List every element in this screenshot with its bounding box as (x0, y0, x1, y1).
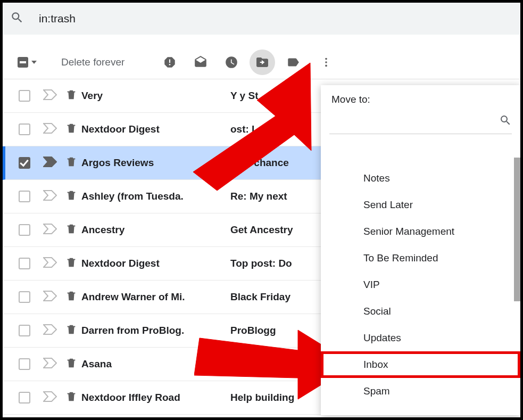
important-icon[interactable] (43, 157, 57, 169)
row-checkbox[interactable] (19, 123, 30, 135)
moveto-item[interactable]: VIP (321, 271, 520, 298)
moveto-search-input[interactable] (329, 116, 499, 127)
svg-marker-12 (44, 392, 56, 401)
select-dropdown-caret[interactable] (31, 61, 37, 64)
row-checkbox[interactable] (19, 157, 30, 169)
row-checkbox[interactable] (19, 358, 30, 370)
important-icon[interactable] (43, 391, 57, 404)
trash-icon (65, 357, 77, 371)
annotation-arrow-top (177, 57, 337, 198)
svg-marker-6 (44, 191, 56, 200)
important-icon[interactable] (43, 190, 57, 203)
moveto-item[interactable]: Send Later (321, 192, 520, 218)
search-bar (3, 3, 520, 35)
moveto-item[interactable]: Notes (321, 165, 520, 192)
svg-marker-9 (44, 291, 56, 301)
important-icon[interactable] (43, 224, 57, 236)
row-checkbox[interactable] (19, 392, 30, 403)
important-icon[interactable] (43, 358, 57, 370)
search-icon[interactable] (10, 11, 24, 27)
row-checkbox[interactable] (19, 258, 30, 269)
important-icon[interactable] (43, 291, 57, 303)
delete-forever-button[interactable]: Delete forever (61, 56, 124, 68)
row-sender: Ancestry (81, 224, 230, 236)
row-subject: Top post: Do (230, 258, 292, 269)
trash-icon (65, 89, 77, 103)
moveto-menu: Move to: NotesSend LaterSenior Managemen… (321, 85, 520, 415)
svg-marker-5 (44, 157, 56, 167)
important-icon[interactable] (43, 324, 57, 337)
select-checkbox[interactable] (18, 57, 28, 68)
important-icon[interactable] (43, 123, 57, 136)
row-checkbox[interactable] (19, 291, 30, 303)
trash-icon (65, 122, 77, 136)
moveto-item[interactable]: Social (321, 298, 520, 325)
svg-marker-10 (44, 325, 56, 334)
svg-marker-13 (193, 63, 311, 191)
svg-marker-4 (44, 123, 56, 133)
search-icon (499, 114, 512, 129)
search-input[interactable] (39, 12, 513, 25)
moveto-item[interactable]: Senior Management (321, 218, 520, 245)
row-checkbox[interactable] (19, 325, 30, 336)
svg-marker-7 (44, 224, 56, 234)
trash-icon (65, 223, 77, 237)
moveto-title: Move to: (321, 85, 520, 109)
moveto-item[interactable]: Updates (321, 325, 520, 351)
moveto-scrollbar[interactable] (514, 158, 520, 301)
moveto-item[interactable]: Spam (321, 378, 520, 405)
row-subject: Get Ancestry (230, 224, 293, 236)
svg-marker-3 (44, 90, 56, 100)
row-checkbox[interactable] (19, 224, 30, 236)
row-checkbox[interactable] (19, 191, 30, 202)
row-checkbox[interactable] (19, 90, 30, 102)
important-icon[interactable] (43, 257, 57, 270)
moveto-item[interactable]: Inbox (321, 351, 520, 378)
svg-marker-8 (44, 258, 56, 267)
trash-icon (65, 391, 77, 405)
important-icon[interactable] (43, 89, 57, 102)
moveto-item[interactable]: To Be Reminded (321, 245, 520, 271)
trash-icon (65, 290, 77, 304)
row-sender: Andrew Warner of Mi. (81, 291, 230, 303)
row-sender: Nextdoor Digest (81, 258, 230, 269)
svg-marker-11 (44, 358, 56, 368)
row-subject: Black Friday (230, 291, 290, 303)
trash-icon (65, 156, 77, 170)
moveto-search[interactable] (329, 109, 512, 134)
trash-icon (65, 190, 77, 203)
trash-icon (65, 257, 77, 270)
trash-icon (65, 324, 77, 337)
